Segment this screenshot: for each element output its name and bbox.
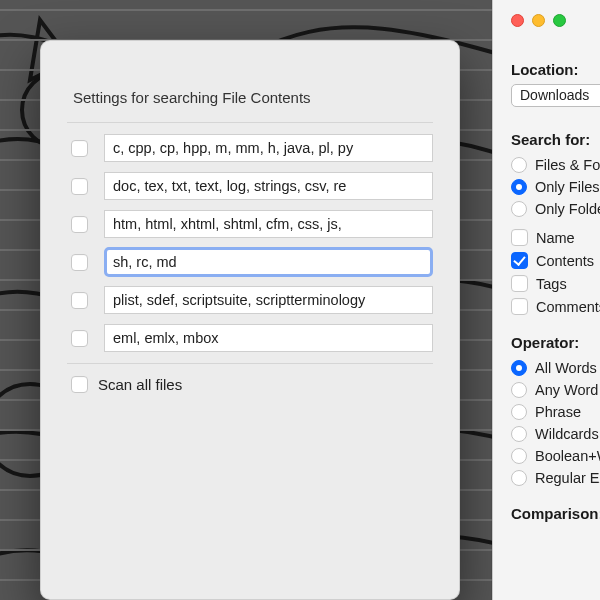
extension-checkbox[interactable] [71,254,88,271]
search-field-option-label: Comments [536,299,600,315]
operator-option[interactable]: Phrase [511,401,600,423]
search-field-option[interactable]: Contents [511,249,600,272]
search-field-option-label: Contents [536,253,594,269]
file-contents-settings-sheet: Settings for searching File Contents Sca… [40,40,460,600]
search-for-fields-group: NameContentsTagsComments [511,226,600,318]
extensions-list [67,122,433,364]
scan-all-row[interactable]: Scan all files [67,364,433,393]
radio-icon [511,426,527,442]
extension-checkbox[interactable] [71,140,88,157]
search-type-option-label: Only Folders [535,201,600,217]
extension-checkbox[interactable] [71,216,88,233]
settings-title: Settings for searching File Contents [73,89,433,106]
window-controls [511,0,600,47]
search-field-option[interactable]: Tags [511,272,600,295]
search-for-type-group: Files & FoldersOnly FilesOnly Folders [511,154,600,220]
radio-icon [511,404,527,420]
radio-icon [511,157,527,173]
extension-input[interactable] [104,134,433,162]
operator-group: All WordsAny WordPhraseWildcardsBoolean+… [511,357,600,489]
operator-option-label: Any Word [535,382,598,398]
extension-checkbox[interactable] [71,292,88,309]
checkbox-icon [511,298,528,315]
radio-icon [511,448,527,464]
minimize-icon[interactable] [532,14,545,27]
checkbox-icon [511,252,528,269]
search-for-label: Search for: [511,131,600,148]
operator-option[interactable]: Wildcards [511,423,600,445]
extension-input[interactable] [104,172,433,200]
search-field-option[interactable]: Name [511,226,600,249]
extension-input[interactable] [104,324,433,352]
operator-option-label: Wildcards [535,426,599,442]
radio-icon [511,360,527,376]
close-icon[interactable] [511,14,524,27]
extension-row [67,243,433,281]
radio-icon [511,470,527,486]
operator-option[interactable]: Regular Expression [511,467,600,489]
extension-row [67,319,433,357]
extension-row [67,167,433,205]
extension-checkbox[interactable] [71,178,88,195]
radio-icon [511,382,527,398]
search-type-option[interactable]: Only Files [511,176,600,198]
extension-row [67,205,433,243]
location-value: Downloads [520,87,589,103]
operator-option-label: Regular Expression [535,470,600,486]
radio-icon [511,179,527,195]
checkbox-icon [511,229,528,246]
extension-row [67,129,433,167]
extension-input[interactable] [104,286,433,314]
search-type-option-label: Files & Folders [535,157,600,173]
operator-option-label: Boolean+Wildcards [535,448,600,464]
operator-label: Operator: [511,334,600,351]
location-label: Location: [511,61,600,78]
search-field-option[interactable]: Comments [511,295,600,318]
location-select[interactable]: Downloads [511,84,600,107]
extension-input[interactable] [104,247,433,277]
search-type-option-label: Only Files [535,179,599,195]
search-panel: Location: Downloads Search for: Files & … [492,0,600,600]
zoom-icon[interactable] [553,14,566,27]
operator-option[interactable]: Boolean+Wildcards [511,445,600,467]
search-field-option-label: Tags [536,276,567,292]
extension-checkbox[interactable] [71,330,88,347]
operator-option[interactable]: All Words [511,357,600,379]
search-type-option[interactable]: Files & Folders [511,154,600,176]
checkbox-icon [511,275,528,292]
search-field-option-label: Name [536,230,575,246]
operator-option-label: Phrase [535,404,581,420]
radio-icon [511,201,527,217]
scan-all-label: Scan all files [98,376,182,393]
operator-option[interactable]: Any Word [511,379,600,401]
extension-input[interactable] [104,210,433,238]
operator-option-label: All Words [535,360,597,376]
comparison-label: Comparison: [511,505,600,522]
scan-all-checkbox[interactable] [71,376,88,393]
search-type-option[interactable]: Only Folders [511,198,600,220]
extension-row [67,281,433,319]
